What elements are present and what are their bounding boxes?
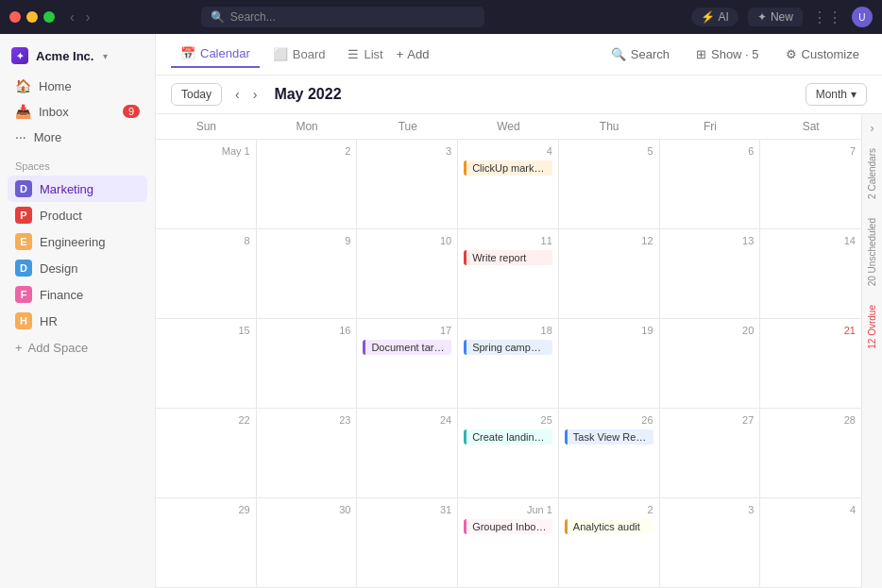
calendar-cell-may20[interactable]: 20	[660, 319, 761, 408]
sidebar-item-home[interactable]: 🏠 Home	[8, 74, 147, 98]
right-sidebar-expand-icon[interactable]: ›	[871, 122, 874, 135]
event-grouped-inbox[interactable]: Grouped Inbox Comments	[464, 519, 552, 534]
calendar-cell-may8[interactable]: 8	[156, 229, 257, 318]
day-header-wed: Wed	[458, 114, 559, 139]
sidebar-space-engineering[interactable]: E Engineering	[8, 228, 147, 255]
calendar-cell-may22[interactable]: 22	[156, 409, 257, 497]
right-tab-overdue[interactable]: 12 Ovrdue	[863, 295, 881, 359]
calendar-cell-jun2[interactable]: 2 Analytics audit	[559, 498, 660, 587]
month-view-button[interactable]: Month ▾	[806, 83, 867, 106]
calendar-cell-may1[interactable]: May 1	[156, 140, 257, 228]
event-spring-campaign[interactable]: Spring campaign image assets	[464, 340, 552, 355]
cell-date: May 1	[161, 143, 250, 159]
calendar-cell-may27[interactable]: 27	[660, 409, 761, 497]
calendar-cell-may25[interactable]: 25 Create landing page	[458, 409, 559, 497]
calendar-cell-may7[interactable]: 7	[760, 140, 861, 228]
calendar-cell-may26[interactable]: 26 Task View Redesign	[559, 409, 660, 497]
calendar-cell-may11[interactable]: 11 Write report	[458, 229, 559, 318]
prev-month-button[interactable]: ‹	[229, 83, 246, 106]
sidebar-item-more[interactable]: ··· More	[8, 125, 147, 149]
day-header-fri: Fri	[660, 114, 761, 139]
calendar-cell-may9[interactable]: 9	[257, 229, 358, 318]
titlebar-search-placeholder: Search...	[230, 10, 276, 24]
calendar-cell-may17[interactable]: 17 Document target users	[357, 319, 458, 408]
minimize-window-btn[interactable]	[26, 11, 38, 23]
org-name: Acme Inc.	[36, 49, 93, 63]
add-space-button[interactable]: + Add Space	[0, 336, 155, 360]
calendar-cell-may24[interactable]: 24	[357, 409, 458, 497]
tab-list[interactable]: ☰ List	[338, 42, 392, 67]
avatar[interactable]: U	[852, 7, 873, 27]
calendar-cell-may12[interactable]: 12	[559, 229, 660, 318]
calendar-cell-may30[interactable]: 30	[257, 498, 358, 587]
add-view-button[interactable]: + Add	[397, 47, 430, 61]
cell-date: Jun 1	[464, 502, 552, 517]
calendar-cell-may23[interactable]: 23	[257, 409, 358, 497]
calendar-cell-may31[interactable]: 31	[357, 498, 458, 587]
right-tab-calendars[interactable]: 2 Calendars	[863, 139, 881, 209]
back-arrow-icon[interactable]: ‹	[66, 8, 78, 26]
main-layout: ✦ Acme Inc. ▾ 🏠 Home 📥 Inbox 9 ··· More …	[0, 34, 882, 588]
sidebar-space-marketing[interactable]: D Marketing	[8, 176, 147, 202]
today-button[interactable]: Today	[171, 83, 222, 106]
event-document-target[interactable]: Document target users	[363, 340, 451, 355]
calendar-cell-may10[interactable]: 10	[357, 229, 458, 318]
search-icon: 🔍	[211, 10, 225, 24]
show-button[interactable]: ⊞ Show · 5	[688, 43, 767, 65]
maximize-window-btn[interactable]	[43, 11, 55, 23]
sidebar-space-finance[interactable]: F Finance	[8, 281, 147, 308]
org-header[interactable]: ✦ Acme Inc. ▾	[0, 42, 155, 70]
search-button[interactable]: 🔍 Search	[603, 43, 677, 65]
event-clickup-marketing[interactable]: ClickUp marketing plan	[464, 160, 552, 176]
sidebar-item-inbox[interactable]: 📥 Inbox 9	[8, 99, 147, 124]
cell-date: 6	[666, 143, 755, 159]
calendar-toolbar: Today ‹ › May 2022 Month ▾	[156, 76, 882, 114]
calendar-cell-may16[interactable]: 16	[257, 319, 358, 408]
calendar-cell-jun4[interactable]: 4	[760, 498, 861, 587]
tab-calendar[interactable]: 📅 Calendar	[171, 41, 260, 68]
calendar-cell-may19[interactable]: 19	[559, 319, 660, 408]
calendar-cell-jun3[interactable]: 3	[660, 498, 761, 587]
sidebar-space-design[interactable]: D Design	[8, 255, 147, 281]
cell-date: 2	[565, 502, 653, 517]
space-icon-finance: F	[15, 286, 32, 303]
calendar-cell-may5[interactable]: 5	[559, 140, 660, 228]
event-analytics-audit[interactable]: Analytics audit	[565, 519, 653, 534]
calendar-cell-may15[interactable]: 15	[156, 319, 257, 408]
calendar-cell-may21[interactable]: 21	[760, 319, 861, 408]
sidebar-space-hr[interactable]: H HR	[8, 308, 147, 334]
ai-button[interactable]: ⚡ AI	[691, 8, 738, 26]
tab-board-label: Board	[293, 47, 326, 61]
sidebar-space-product[interactable]: P Product	[8, 202, 147, 228]
cell-date: 20	[666, 323, 755, 338]
event-create-landing[interactable]: Create landing page	[464, 429, 552, 445]
next-month-button[interactable]: ›	[247, 83, 263, 106]
titlebar-search-bar[interactable]: 🔍 Search...	[201, 7, 484, 27]
right-tab-unscheduled[interactable]: 20 Unscheduled	[863, 209, 881, 295]
calendar-cell-may6[interactable]: 6	[660, 140, 761, 228]
calendar-cell-may14[interactable]: 14	[760, 229, 861, 318]
close-window-btn[interactable]	[9, 11, 21, 23]
calendar-week-5: 29 30 31 Jun 1 Grouped Inbox Comments 2 …	[156, 498, 861, 588]
calendar-cell-may4[interactable]: 4 ClickUp marketing plan	[458, 140, 559, 228]
calendar-cell-may3[interactable]: 3	[357, 140, 458, 228]
event-task-view[interactable]: Task View Redesign	[565, 429, 653, 445]
search-icon: 🔍	[611, 47, 626, 61]
tab-board[interactable]: ⬜ Board	[263, 42, 335, 67]
content-area: 📅 Calendar ⬜ Board ☰ List + Add 🔍 Search	[156, 34, 882, 588]
calendar-cell-may28[interactable]: 28	[760, 409, 861, 497]
topnav-right: 🔍 Search ⊞ Show · 5 ⚙ Customize	[603, 43, 867, 65]
space-icon-design: D	[15, 260, 32, 277]
event-write-report[interactable]: Write report	[464, 250, 552, 265]
customize-button[interactable]: ⚙ Customize	[778, 43, 867, 65]
new-button[interactable]: ✦ New	[748, 8, 803, 26]
calendar-cell-may2[interactable]: 2	[257, 140, 358, 228]
calendar-cell-may29[interactable]: 29	[156, 498, 257, 587]
forward-arrow-icon[interactable]: ›	[82, 8, 94, 26]
calendar-cell-jun1[interactable]: Jun 1 Grouped Inbox Comments	[458, 498, 559, 587]
cell-date: 28	[766, 412, 856, 428]
calendar-cell-may13[interactable]: 13	[660, 229, 761, 318]
calendar-cell-may18[interactable]: 18 Spring campaign image assets	[458, 319, 559, 408]
grid-icon[interactable]: ⋮⋮	[812, 8, 842, 26]
tab-calendar-label: Calendar	[200, 46, 250, 60]
